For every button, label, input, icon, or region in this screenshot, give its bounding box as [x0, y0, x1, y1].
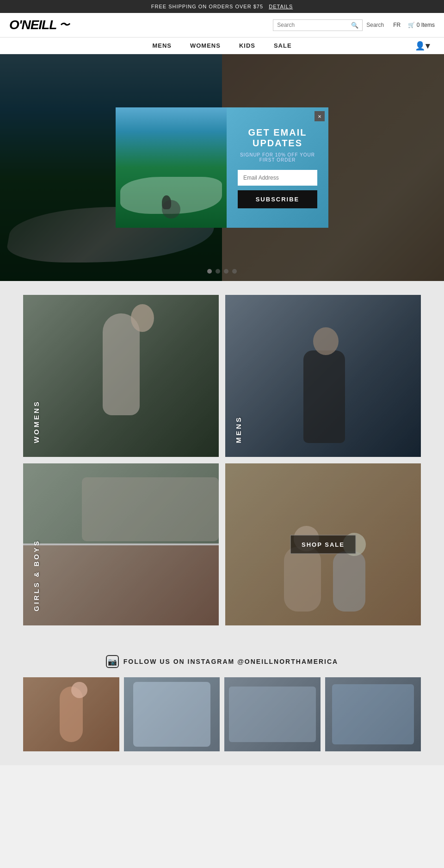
search-input-wrap[interactable]: 🔍	[273, 19, 363, 31]
instagram-grid	[23, 677, 421, 751]
search-input[interactable]	[277, 22, 351, 28]
banner-text: FREE SHIPPING ON ORDERS OVER $75	[151, 4, 263, 9]
user-account-icon[interactable]: 👤▾	[415, 41, 430, 51]
instagram-image-1[interactable]	[23, 677, 119, 751]
email-modal: × GET EMAIL UPDATES SIGNUP FOR 10% OFF Y…	[116, 107, 328, 228]
cart-count: 0	[417, 22, 420, 28]
header-right: FR 🛒 0 Items	[393, 22, 435, 28]
subscribe-button[interactable]: SUBSCRIBE	[238, 190, 317, 208]
search-area: 🔍 Search	[273, 19, 384, 31]
cart-label: Items	[421, 22, 435, 28]
instagram-camera-icon: 📷	[108, 657, 117, 666]
kids-category-item[interactable]: GIRLS & BOYS	[23, 463, 219, 625]
womens-overlay	[23, 295, 219, 457]
modal-content: GET EMAIL UPDATES SIGNUP FOR 10% OFF YOU…	[227, 107, 328, 228]
instagram-image-3[interactable]	[224, 677, 321, 751]
instagram-header: 📷 FOLLOW US ON INSTAGRAM @ONEILLNORTHAME…	[23, 655, 421, 668]
category-grid-section: WOMENS MENS G	[0, 281, 444, 646]
mens-category-item[interactable]: MENS	[225, 295, 421, 457]
nav-kids[interactable]: KIDS	[239, 42, 255, 49]
instagram-icon: 📷	[106, 655, 119, 668]
top-banner: FREE SHIPPING ON ORDERS OVER $75 DETAILS	[0, 0, 444, 13]
instagram-image-4[interactable]	[325, 677, 421, 751]
bottom-category-grid: GIRLS & BOYS SHOP SALE	[23, 463, 421, 625]
nav-womens[interactable]: WOMENS	[190, 42, 221, 49]
sale-category-item[interactable]: SHOP SALE	[225, 463, 421, 625]
nav-sale[interactable]: SALE	[274, 42, 292, 49]
instagram-image-2[interactable]	[124, 677, 220, 751]
girls-boys-label: GIRLS & BOYS	[32, 539, 40, 612]
email-input[interactable]	[238, 170, 317, 186]
shop-sale-button[interactable]: SHOP SALE	[290, 535, 356, 554]
language-selector[interactable]: FR	[393, 22, 401, 28]
modal-title: GET EMAIL UPDATES	[238, 127, 317, 149]
search-icon-button[interactable]: 🔍	[351, 22, 358, 29]
banner-link[interactable]: DETAILS	[269, 4, 293, 9]
cart[interactable]: 🛒 0 Items	[408, 22, 435, 28]
modal-image	[116, 107, 227, 228]
womens-label: WOMENS	[32, 400, 40, 443]
logo-wave-icon: 〜	[59, 18, 69, 32]
search-label: Search	[366, 22, 384, 28]
instagram-section: 📷 FOLLOW US ON INSTAGRAM @ONEILLNORTHAME…	[0, 646, 444, 765]
logo[interactable]: O'NEILL 〜	[9, 18, 69, 32]
kids-overlay	[23, 463, 219, 625]
instagram-title: FOLLOW US ON INSTAGRAM @ONEILLNORTHAMERI…	[123, 658, 338, 665]
modal-subtitle: SIGNUP FOR 10% OFF YOUR FIRST ORDER	[238, 152, 317, 162]
modal-overlay: × GET EMAIL UPDATES SIGNUP FOR 10% OFF Y…	[0, 54, 444, 281]
nav-mens[interactable]: MENS	[152, 42, 172, 49]
modal-close-button[interactable]: ×	[314, 111, 325, 121]
mens-label: MENS	[234, 416, 242, 443]
hero-section: × GET EMAIL UPDATES SIGNUP FOR 10% OFF Y…	[0, 54, 444, 281]
header: O'NEILL 〜 🔍 Search FR 🛒 0 Items	[0, 13, 444, 37]
mens-overlay	[225, 295, 421, 457]
top-category-grid: WOMENS MENS	[23, 295, 421, 457]
logo-text: O'NEILL	[9, 18, 56, 32]
womens-category-item[interactable]: WOMENS	[23, 295, 219, 457]
main-nav: MENS WOMENS KIDS SALE 👤▾	[0, 37, 444, 54]
